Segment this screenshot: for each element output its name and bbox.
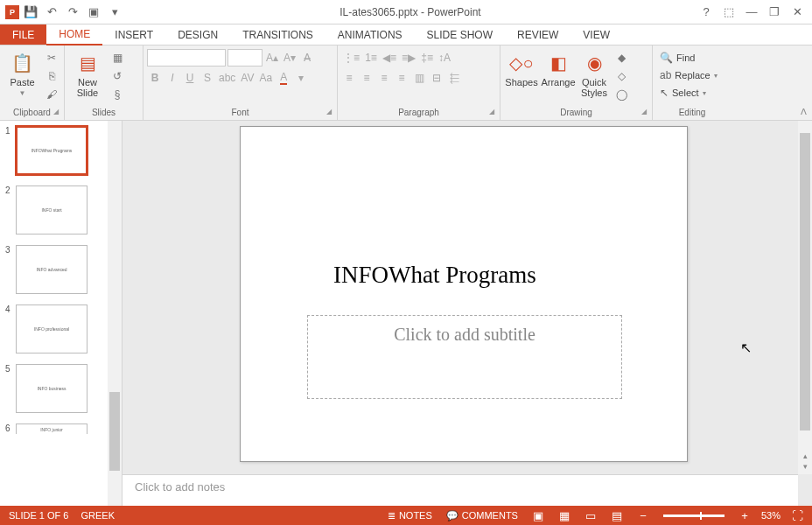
tab-slideshow[interactable]: SLIDE SHOW: [415, 24, 505, 45]
font-dialog-icon[interactable]: ◢: [326, 108, 332, 116]
tab-insert[interactable]: INSERT: [102, 24, 165, 45]
restore-button[interactable]: ❐: [765, 4, 784, 21]
quick-styles-button[interactable]: ◉ Quick Styles: [578, 49, 611, 100]
redo-button[interactable]: ↷: [63, 3, 82, 22]
slide-thumbnail[interactable]: INFOWhat Programs: [16, 126, 88, 175]
shapes-button[interactable]: ◇○ Shapes: [504, 49, 539, 89]
align-center-button[interactable]: ≡: [359, 69, 374, 87]
zoom-level[interactable]: 53%: [761, 510, 780, 521]
numbering-button[interactable]: 1≡: [363, 49, 379, 66]
thumb-row[interactable]: 6 INFO junior: [5, 424, 118, 434]
arrange-button[interactable]: ◧ Arrange: [541, 49, 576, 89]
paste-button[interactable]: 📋 Paste ▼: [4, 49, 41, 99]
thumb-row[interactable]: 1 INFOWhat Programs: [5, 126, 118, 175]
clipboard-dialog-icon[interactable]: ◢: [53, 108, 59, 116]
thumb-row[interactable]: 3 INFO advanced: [5, 245, 118, 294]
slide-title[interactable]: INFOWhat Programs: [333, 262, 536, 289]
underline-button[interactable]: U: [182, 69, 198, 87]
clear-formatting-button[interactable]: A̶: [299, 49, 315, 66]
thumb-row[interactable]: 5 INFO business: [5, 364, 118, 413]
thumb-row[interactable]: 2 INFO start: [5, 186, 118, 234]
bold-button[interactable]: B: [147, 69, 163, 87]
find-button[interactable]: 🔍Find: [656, 49, 721, 66]
tab-transitions[interactable]: TRANSITIONS: [230, 24, 326, 45]
tab-file[interactable]: FILE: [0, 24, 46, 45]
increase-indent-button[interactable]: ≡▶: [400, 49, 417, 66]
cut-button[interactable]: ✂: [43, 49, 60, 66]
font-color-more-button[interactable]: ▾: [293, 69, 309, 87]
thumb-row[interactable]: 4 INFO professional: [5, 304, 118, 354]
section-button[interactable]: §: [108, 86, 126, 103]
slide-canvas[interactable]: INFOWhat Programs Click to add subtitle: [240, 126, 688, 462]
strikethrough-button[interactable]: abc: [217, 69, 237, 87]
decrease-indent-button[interactable]: ◀≡: [381, 49, 398, 66]
tab-design[interactable]: DESIGN: [165, 24, 230, 45]
line-spacing-button[interactable]: ‡≡: [419, 49, 435, 66]
thumbnail-scrollbar-handle[interactable]: [109, 392, 120, 471]
shape-fill-button[interactable]: ◆: [612, 49, 630, 66]
tab-view[interactable]: VIEW: [570, 24, 622, 45]
notes-toggle-button[interactable]: ≣NOTES: [384, 506, 436, 525]
shape-effects-button[interactable]: ◯: [612, 86, 630, 103]
change-case-button[interactable]: Aa: [257, 69, 274, 87]
select-button[interactable]: ↖Select▾: [656, 84, 721, 102]
decrease-font-button[interactable]: A▾: [282, 49, 298, 66]
format-painter-button[interactable]: 🖌: [43, 86, 60, 103]
replace-button[interactable]: abReplace▾: [656, 66, 721, 84]
canvas-scrollbar-handle[interactable]: [800, 133, 810, 430]
smartart-button[interactable]: ⬱: [446, 69, 462, 87]
help-button[interactable]: ?: [696, 4, 716, 21]
status-slide-count[interactable]: SLIDE 1 OF 6: [9, 510, 68, 521]
zoom-slider[interactable]: [663, 514, 724, 517]
close-button[interactable]: ✕: [788, 4, 807, 21]
increase-font-button[interactable]: A▴: [264, 49, 280, 66]
shadow-button[interactable]: S: [200, 69, 215, 87]
align-right-button[interactable]: ≡: [376, 69, 392, 87]
columns-button[interactable]: ▥: [411, 69, 427, 87]
font-size-select[interactable]: [228, 49, 262, 66]
align-left-button[interactable]: ≡: [341, 69, 357, 87]
slide-thumbnail[interactable]: INFO start: [16, 186, 88, 234]
slide-thumbnail[interactable]: INFO junior: [16, 424, 88, 434]
layout-button[interactable]: ▦: [108, 49, 126, 66]
save-button[interactable]: 💾: [21, 3, 40, 22]
collapse-ribbon-button[interactable]: ᐱ: [801, 107, 807, 116]
fit-to-window-button[interactable]: ⛶: [788, 506, 807, 525]
comments-toggle-button[interactable]: 💬COMMENTS: [443, 506, 522, 525]
slide-thumbnail[interactable]: INFO business: [16, 364, 88, 413]
paragraph-dialog-icon[interactable]: ◢: [489, 108, 494, 116]
char-spacing-button[interactable]: AV: [239, 69, 256, 87]
slideshow-view-button[interactable]: ▤: [607, 506, 626, 525]
font-family-select[interactable]: [147, 49, 226, 66]
tab-home[interactable]: HOME: [46, 24, 102, 46]
start-from-beginning-button[interactable]: ▣: [84, 3, 103, 22]
notes-pane[interactable]: Click to add notes: [122, 474, 798, 506]
italic-button[interactable]: I: [164, 69, 180, 87]
sorter-view-button[interactable]: ▦: [555, 506, 574, 525]
justify-button[interactable]: ≡: [394, 69, 410, 87]
drawing-dialog-icon[interactable]: ◢: [641, 108, 647, 116]
align-text-button[interactable]: ⊟: [429, 69, 444, 87]
normal-view-button[interactable]: ▣: [528, 506, 548, 525]
text-direction-button[interactable]: ↕A: [437, 49, 452, 66]
qat-customize-button[interactable]: ▾: [105, 3, 124, 22]
next-slide-button[interactable]: ▾: [800, 462, 810, 471]
new-slide-button[interactable]: ▤ New Slide: [68, 49, 107, 100]
copy-button[interactable]: ⎘: [43, 67, 60, 85]
bullets-button[interactable]: ⋮≡: [341, 49, 361, 66]
prev-slide-button[interactable]: ▴: [800, 452, 810, 460]
tab-animations[interactable]: ANIMATIONS: [326, 24, 415, 45]
undo-button[interactable]: ↶: [42, 3, 61, 22]
zoom-out-button[interactable]: −: [634, 506, 653, 525]
status-language[interactable]: GREEK: [80, 510, 115, 521]
zoom-in-button[interactable]: +: [735, 506, 754, 525]
reading-view-button[interactable]: ▭: [581, 506, 600, 525]
slide-thumbnail[interactable]: INFO advanced: [16, 245, 88, 294]
shape-outline-button[interactable]: ◇: [612, 67, 630, 85]
font-color-button[interactable]: A: [276, 69, 291, 87]
tab-review[interactable]: REVIEW: [505, 24, 570, 45]
ribbon-display-button[interactable]: ⬚: [719, 4, 738, 21]
slide-subtitle-placeholder[interactable]: Click to add subtitle: [307, 315, 622, 399]
minimize-button[interactable]: —: [742, 4, 761, 21]
zoom-slider-handle[interactable]: [700, 512, 702, 520]
